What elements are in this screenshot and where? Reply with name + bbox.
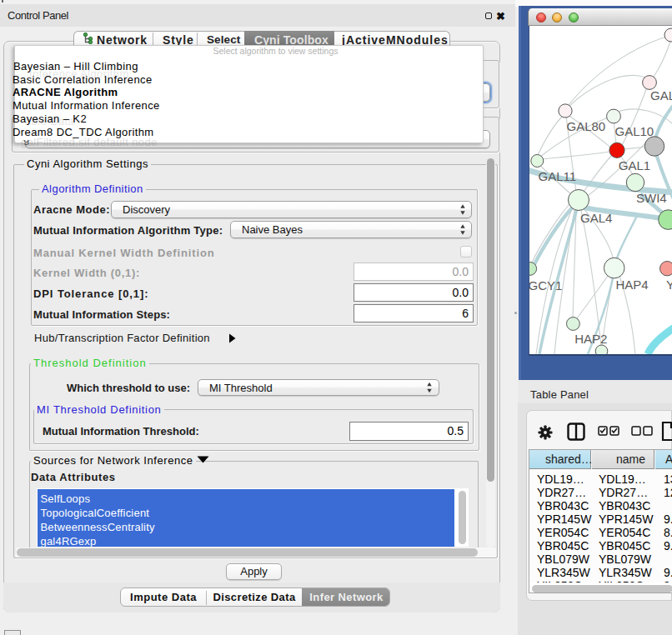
svg-text:SWI4: SWI4 [636, 191, 667, 205]
svg-text:Y: Y [666, 278, 672, 292]
svg-text:GAL4: GAL4 [580, 211, 612, 225]
svg-text:GAL10: GAL10 [615, 124, 654, 138]
svg-text:GAL80: GAL80 [567, 119, 606, 133]
svg-text:HAP4: HAP4 [616, 278, 649, 292]
svg-text:GAL7: GAL7 [650, 88, 672, 102]
svg-text:HAP2: HAP2 [574, 332, 607, 346]
svg-text:GAL1: GAL1 [619, 158, 650, 172]
svg-text:GCY1: GCY1 [529, 278, 562, 292]
svg-text:GAL11: GAL11 [539, 169, 577, 183]
